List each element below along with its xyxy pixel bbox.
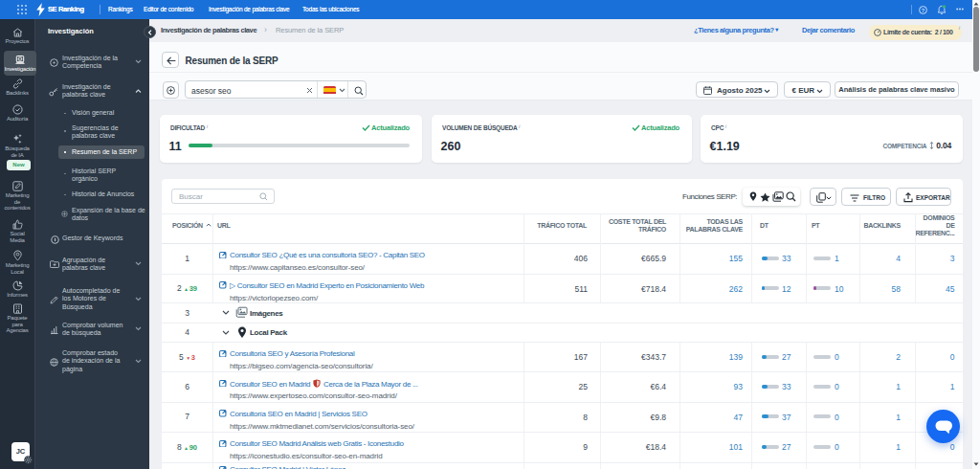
svg-text:?: ? — [922, 8, 925, 13]
